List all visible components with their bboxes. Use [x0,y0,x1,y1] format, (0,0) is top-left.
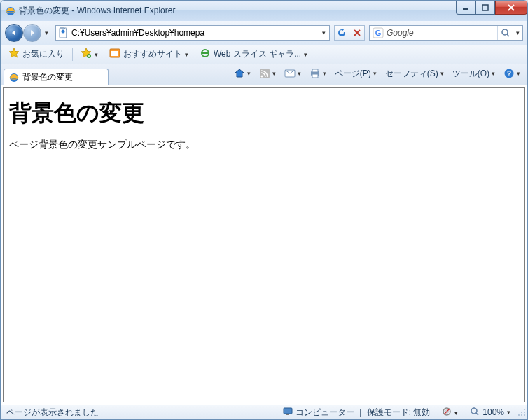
svg-point-30 [521,414,522,416]
search-box[interactable]: G Google [369,25,523,41]
svg-point-8 [502,29,508,35]
suggested-sites-icon [109,48,120,61]
svg-point-28 [521,412,522,413]
svg-rect-2 [463,8,468,10]
svg-rect-23 [286,414,289,415]
search-dropdown[interactable] [513,29,522,36]
web-slice-dropdown[interactable] [304,51,307,58]
command-bar: ページ(P) セーフティ(S) ツール(O) ? [230,64,524,85]
star-icon [8,48,20,61]
search-submit-button[interactable] [497,26,513,40]
window-title: 背景色の変更 - Windows Internet Explorer [19,5,175,17]
favbar-separator [72,48,73,61]
cmd-help[interactable]: ? [499,66,524,81]
web-slice-button[interactable]: Web スライス ギャラ... [195,46,312,63]
cmd-print-dropdown[interactable] [323,70,326,77]
suggested-sites-dropdown[interactable] [185,51,188,58]
favorites-add-dropdown[interactable] [95,51,98,58]
nav-mid-buttons [334,25,365,41]
address-dropdown[interactable] [318,29,329,36]
window-maximize-button[interactable] [475,1,495,15]
content-area: 背景色の変更 ページ背景色の変更サンプルページです。 [0,85,528,405]
svg-point-26 [524,409,525,410]
window-close-button[interactable] [495,1,527,15]
refresh-button[interactable] [334,25,349,41]
window-minimize-button[interactable] [456,1,475,15]
cmd-home-dropdown[interactable] [247,70,251,77]
tab-title: 背景色の変更 [22,71,73,83]
cmd-print[interactable] [305,66,331,81]
ie-logo-icon [5,6,16,17]
cmd-page[interactable]: ページ(P) [331,66,381,82]
status-ready-pane: ページが表示されました [1,405,277,419]
cmd-safety-dropdown[interactable] [440,70,444,77]
cmd-safety[interactable]: セーフティ(S) [381,66,448,82]
favorites-label: お気に入り [22,48,64,60]
cmd-tools-label: ツール(O) [452,68,489,80]
cmd-safety-label: セーフティ(S) [385,68,438,80]
web-slice-icon [200,48,211,61]
web-slice-label: Web スライス ギャラ... [214,48,301,60]
svg-text:G: G [375,29,382,37]
cmd-page-label: ページ(P) [335,68,371,80]
svg-point-29 [524,414,525,416]
zoom-icon [470,407,480,419]
cmd-help-dropdown[interactable] [517,70,520,77]
resize-grip[interactable] [516,407,527,418]
favorites-add-button[interactable] [76,46,103,63]
svg-rect-19 [312,74,318,78]
svg-point-27 [524,412,525,413]
status-zone-sep: | [357,407,364,417]
status-mixed-pane[interactable] [436,405,464,419]
stop-button[interactable] [349,25,365,41]
favorites-button[interactable]: お気に入り [4,46,69,63]
svg-rect-22 [284,408,292,414]
suggested-sites-button[interactable]: おすすめサイト [104,46,193,63]
status-bar: ページが表示されました コンピューター | 保護モード: 無効 100% [0,405,528,420]
tab-page-icon [8,72,20,83]
cmd-home[interactable] [230,66,255,81]
nav-history-dropdown[interactable] [41,29,51,36]
page-document: 背景色の変更 ページ背景色の変更サンプルページです。 [3,88,525,402]
cmd-page-dropdown[interactable] [373,70,377,77]
tab-row: 背景色の変更 ページ(P) セーフティ(S) ツール(O) [0,64,528,85]
nav-arrows [5,24,51,42]
status-ready-text: ページが表示されました [6,407,99,419]
page-file-icon [58,27,69,38]
forward-button[interactable] [23,24,41,42]
window-titlebar: 背景色の変更 - Windows Internet Explorer [0,0,528,21]
back-button[interactable] [5,24,23,42]
cmd-feeds-dropdown[interactable] [272,70,276,77]
status-zoom-dropdown[interactable] [507,409,510,416]
svg-rect-18 [312,69,318,72]
page-paragraph: ページ背景色の変更サンプルページです。 [9,139,519,151]
status-protected-mode-text: 保護モード: 無効 [367,407,431,419]
google-icon: G [373,27,384,38]
status-mixed-dropdown[interactable] [454,407,458,417]
window-controls [456,1,527,15]
navigation-bar: C:¥Users¥admin¥Desktop¥homepa G Google [0,21,528,45]
svg-point-25 [471,408,477,414]
cmd-mail[interactable] [280,66,305,81]
svg-point-31 [518,414,520,416]
svg-point-5 [62,30,65,34]
favorites-bar: お気に入り おすすめサイト Web スライス ギャラ... [0,45,528,64]
cmd-mail-dropdown[interactable] [298,70,301,77]
svg-point-15 [260,76,263,78]
cmd-feeds[interactable] [255,66,280,81]
cmd-tools-dropdown[interactable] [492,70,495,77]
svg-rect-3 [482,5,488,10]
status-zoom-pane[interactable]: 100% [464,405,516,419]
computer-zone-icon [283,407,293,419]
svg-text:?: ? [507,70,511,78]
page-heading: 背景色の変更 [9,98,519,129]
star-add-icon [81,48,92,61]
address-bar[interactable]: C:¥Users¥admin¥Desktop¥homepa [55,25,330,41]
cmd-tools[interactable]: ツール(O) [448,66,499,82]
status-zone-pane[interactable]: コンピューター | 保護モード: 無効 [277,405,436,419]
svg-rect-11 [111,51,118,56]
search-provider-text: Google [387,28,497,38]
mixed-content-icon [442,407,452,419]
status-zoom-text: 100% [482,407,504,417]
tab-active[interactable]: 背景色の変更 [4,69,109,85]
